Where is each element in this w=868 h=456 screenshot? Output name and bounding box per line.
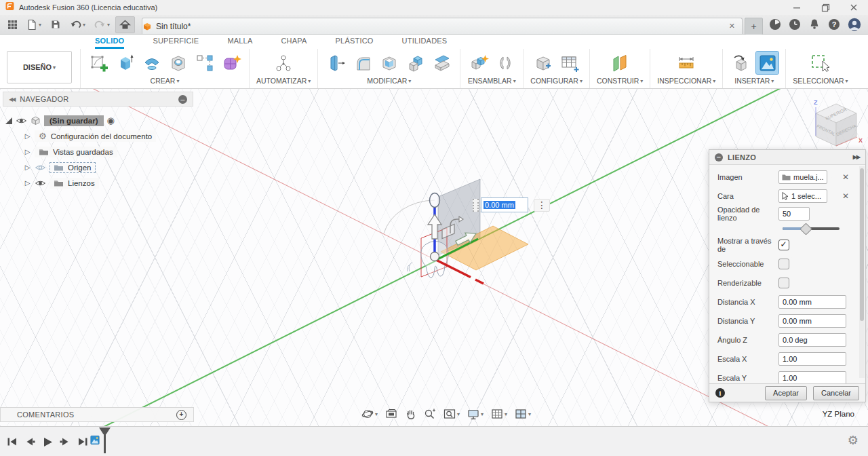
group-label-automatizar[interactable]: AUTOMATIZAR▾ bbox=[256, 77, 311, 85]
info-icon[interactable]: i bbox=[715, 388, 725, 398]
tree-item-doc-settings[interactable]: ▷ ⚙ Configuración del documento bbox=[5, 128, 193, 144]
distancia-y-input[interactable] bbox=[778, 314, 846, 328]
visibility-eye-icon[interactable] bbox=[35, 179, 46, 187]
timeline-step-back-button[interactable] bbox=[23, 434, 37, 449]
save-button[interactable] bbox=[47, 17, 64, 33]
redo-button[interactable]: ▾ bbox=[91, 17, 113, 33]
help-button[interactable]: ? bbox=[828, 18, 840, 31]
tab-utilidades[interactable]: UTILIDADES bbox=[402, 37, 448, 49]
new-component-button[interactable] bbox=[467, 52, 490, 74]
new-tab-button[interactable]: + bbox=[745, 18, 763, 35]
escala-x-input[interactable] bbox=[778, 352, 846, 366]
canvas-manipulator[interactable] bbox=[366, 170, 570, 330]
expander-icon[interactable]: ▷ bbox=[24, 164, 31, 171]
pan-button[interactable] bbox=[401, 406, 420, 422]
press-pull-button[interactable] bbox=[325, 52, 347, 74]
tree-item-label[interactable]: Vistas guardadas bbox=[53, 148, 113, 156]
tree-item-label[interactable]: Origen bbox=[68, 164, 92, 172]
minimize-dialog-icon[interactable]: – bbox=[715, 153, 723, 162]
automate-button[interactable] bbox=[273, 52, 295, 74]
create-sketch-button[interactable] bbox=[87, 52, 110, 74]
tab-plastico[interactable]: PLÁSTICO bbox=[336, 37, 374, 49]
tree-item-label[interactable]: Configuración del documento bbox=[51, 132, 153, 140]
timeline-playhead[interactable] bbox=[99, 428, 111, 453]
slider-knob[interactable] bbox=[800, 223, 812, 235]
timeline-skip-start-button[interactable] bbox=[5, 434, 19, 449]
insert-canvas-button[interactable] bbox=[756, 52, 778, 74]
timeline-step-forward-button[interactable] bbox=[58, 434, 72, 449]
tab-malla[interactable]: MALLA bbox=[227, 37, 252, 49]
scrollbar-thumb[interactable] bbox=[860, 168, 864, 321]
group-label-insertar[interactable]: INSERTAR▾ bbox=[734, 77, 774, 85]
group-label-crear[interactable]: CREAR▾ bbox=[151, 77, 180, 85]
dialog-header[interactable]: – LIENZO ▶▶ bbox=[709, 150, 865, 165]
viewport-3d[interactable]: SUPERIOR FRONTAL DERECHA Z X 0.00 mm ⋮ ◀… bbox=[0, 89, 868, 426]
group-label-ensamblar[interactable]: ENSAMBLAR▾ bbox=[468, 77, 516, 85]
seleccionable-checkbox[interactable] bbox=[778, 259, 789, 269]
grid-settings-button[interactable]: ▾ bbox=[488, 406, 511, 422]
clear-imagen-icon[interactable]: ✕ bbox=[841, 172, 850, 182]
home-button[interactable] bbox=[115, 16, 135, 33]
extrude-button[interactable] bbox=[114, 52, 136, 74]
tree-item-origin[interactable]: ▷ Origen bbox=[5, 159, 193, 175]
zoom-button[interactable] bbox=[420, 406, 439, 422]
expand-right-icon[interactable]: ▶▶ bbox=[853, 154, 860, 160]
group-label-seleccionar[interactable]: SELECCIONAR▾ bbox=[793, 77, 848, 85]
opacidad-slider[interactable] bbox=[783, 227, 840, 230]
document-tab[interactable]: Sin título* ✕ bbox=[142, 18, 743, 34]
distancia-x-input[interactable] bbox=[778, 295, 846, 309]
mostrar-checkbox[interactable] bbox=[778, 240, 789, 250]
job-status-button[interactable] bbox=[789, 18, 801, 31]
tab-chapa[interactable]: CHAPA bbox=[281, 37, 307, 49]
notifications-button[interactable] bbox=[808, 18, 821, 31]
angulo-z-input[interactable] bbox=[778, 333, 846, 347]
origin-ball-handle[interactable] bbox=[431, 252, 439, 261]
add-comment-icon[interactable]: + bbox=[176, 410, 186, 420]
tree-root-row[interactable]: (Sin guardar) ◉ bbox=[5, 113, 193, 128]
minimize-button[interactable] bbox=[783, 0, 811, 15]
renderizable-checkbox[interactable] bbox=[778, 278, 789, 288]
close-tab-icon[interactable]: ✕ bbox=[729, 22, 735, 31]
split-body-button[interactable] bbox=[431, 52, 453, 74]
group-label-inspeccionar[interactable]: INSPECCIONAR▾ bbox=[657, 77, 715, 85]
fillet-button[interactable] bbox=[351, 52, 374, 74]
combine-button[interactable] bbox=[404, 52, 427, 74]
timeline-skip-end-button[interactable] bbox=[76, 434, 90, 449]
undo-button[interactable]: ▾ bbox=[66, 17, 89, 33]
tab-solido[interactable]: SOLIDO bbox=[95, 37, 124, 49]
tree-item-canvases[interactable]: ▷ Lienzos bbox=[5, 175, 193, 191]
dialog-scrollbar[interactable] bbox=[859, 166, 865, 378]
visibility-off-eye-icon[interactable] bbox=[35, 164, 46, 172]
timeline-play-button[interactable] bbox=[41, 434, 54, 449]
escala-y-input[interactable] bbox=[778, 371, 846, 383]
group-label-modificar[interactable]: MODIFICAR▾ bbox=[367, 77, 411, 85]
fit-button[interactable]: ▾ bbox=[440, 406, 463, 422]
opacidad-input[interactable] bbox=[778, 207, 810, 221]
tab-superficie[interactable]: SUPERFICIE bbox=[153, 37, 199, 49]
visibility-eye-icon[interactable] bbox=[16, 117, 27, 125]
measure-button[interactable] bbox=[675, 52, 698, 74]
shell-button[interactable] bbox=[378, 52, 400, 74]
group-label-construir[interactable]: CONSTRUIR▾ bbox=[597, 77, 643, 85]
tree-item-saved-views[interactable]: ▷ Vistas guardadas bbox=[5, 144, 193, 159]
user-avatar[interactable] bbox=[848, 18, 861, 31]
viewports-button[interactable]: ▾ bbox=[511, 406, 534, 422]
close-button[interactable] bbox=[840, 0, 868, 15]
activate-component-radio[interactable]: ◉ bbox=[107, 115, 115, 126]
document-root-label[interactable]: (Sin guardar) bbox=[44, 115, 104, 126]
construct-plane-button[interactable] bbox=[609, 52, 631, 74]
extensions-button[interactable] bbox=[769, 18, 781, 31]
view-cube[interactable]: SUPERIOR FRONTAL DERECHA Z X bbox=[806, 96, 868, 153]
timeline-settings-gear-icon[interactable]: ⚙ bbox=[848, 433, 859, 448]
hole-button[interactable] bbox=[167, 52, 189, 74]
insert-derive-button[interactable] bbox=[730, 52, 752, 74]
expander-icon[interactable]: ▷ bbox=[24, 179, 31, 187]
cara-select-button[interactable]: 1 selec... bbox=[778, 189, 827, 203]
expander-icon[interactable]: ▷ bbox=[24, 132, 31, 140]
create-form-button[interactable] bbox=[220, 52, 242, 74]
pattern-button[interactable] bbox=[193, 52, 216, 74]
revolve-button[interactable] bbox=[140, 52, 163, 74]
kebab-menu-icon[interactable]: ⋮ bbox=[534, 199, 550, 212]
aceptar-button[interactable]: Aceptar bbox=[765, 386, 807, 400]
dimension-input[interactable]: 0.00 mm bbox=[481, 197, 528, 212]
